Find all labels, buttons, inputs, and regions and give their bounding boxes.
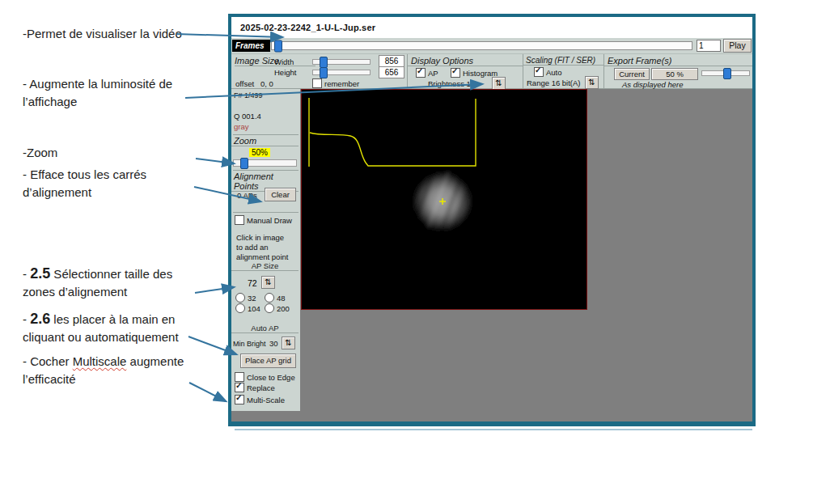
check-icon: ✓ xyxy=(451,66,458,75)
annotation-brightness: - Augmente la luminosité de l’affichage xyxy=(23,75,172,111)
close-to-edge-label: Close to Edge xyxy=(247,373,295,382)
annotation-line: - 2.5 Sélectionner taille des xyxy=(23,265,172,283)
radio-circle xyxy=(235,293,245,303)
ap-count: 0 APs xyxy=(237,191,257,200)
auto-ap-header: Auto AP xyxy=(231,324,299,333)
multi-scale-label: Multi-Scale xyxy=(247,396,285,404)
export-percent-button[interactable]: 50 % xyxy=(651,68,698,80)
width-slider-thumb[interactable] xyxy=(320,57,328,68)
min-bright-stepper-button[interactable]: ⇅ xyxy=(282,337,295,349)
display-options-header: Display Options xyxy=(408,56,523,66)
image-viewport[interactable] xyxy=(301,89,587,310)
multi-scale-checkbox[interactable]: ✓ Multi-Scale xyxy=(235,395,285,404)
image-size-panel: Image Size Width 856 Height 656 offset 0… xyxy=(231,54,408,88)
annotation-zoom: -Zoom xyxy=(23,144,57,162)
export-slider-thumb[interactable] xyxy=(723,68,731,79)
zoom-header: Zoom xyxy=(231,136,299,146)
separator xyxy=(233,170,299,171)
checkbox-box: ✓ xyxy=(235,383,244,392)
check-icon: ✓ xyxy=(235,393,242,402)
range-stepper-button[interactable]: ⇅ xyxy=(585,76,599,89)
zoom-slider[interactable] xyxy=(233,159,297,167)
scaling-header: Scaling (FIT / SER) xyxy=(523,56,603,66)
replace-checkbox[interactable]: ✓ Replace xyxy=(235,383,275,392)
histogram-checkbox[interactable]: ✓ Histogram xyxy=(451,68,498,78)
app-window: 2025-02-23-2242_1-U-L-Jup.ser Frames 1 P… xyxy=(228,14,756,426)
stepper-arrows-icon: ⇅ xyxy=(495,78,502,87)
brightness-label: Brightness 1 x xyxy=(428,79,476,88)
height-label: Height xyxy=(274,68,296,77)
annotation-line: cliquant ou automatiquement xyxy=(23,328,179,346)
frame-counter: F# 1/499 xyxy=(234,91,263,100)
check-icon: ✓ xyxy=(235,381,242,390)
arrow-to-multi-scale xyxy=(189,383,226,401)
annotation-line: -Permet de visualiser la vidéo xyxy=(23,25,182,43)
ap-size-104-radio[interactable]: 104 xyxy=(235,303,260,313)
ap-size-header: AP Size xyxy=(231,261,299,271)
image-content xyxy=(302,90,587,309)
annotation-ap-size: - 2.5 Sélectionner taille des zones d’al… xyxy=(23,265,172,301)
place-ap-grid-button[interactable]: Place AP grid xyxy=(240,354,296,368)
screenshot-root: -Permet de visualiser la vidéo - Augment… xyxy=(0,0,830,504)
frame-number-input[interactable]: 1 xyxy=(697,40,721,52)
min-bright-label: Min Bright xyxy=(233,340,266,348)
histogram-overlay xyxy=(309,98,476,167)
ap-label: AP xyxy=(428,69,438,78)
ap-size-200-radio[interactable]: 200 xyxy=(265,303,290,313)
ap-size-value[interactable]: 72 xyxy=(248,278,257,288)
checkbox-box: ✓ xyxy=(312,78,322,88)
annotation-clear-aps: - Efface tous les carrés d’alignement xyxy=(23,166,146,201)
radio-label: 48 xyxy=(277,294,286,303)
height-slider-thumb[interactable] xyxy=(320,67,328,78)
width-value[interactable]: 856 xyxy=(379,55,404,67)
export-current-button[interactable]: Current xyxy=(614,68,650,80)
brightness-stepper-button[interactable]: ⇅ xyxy=(492,77,506,90)
ap-size-32-radio[interactable]: 32 xyxy=(235,293,256,303)
min-bright-value[interactable]: 30 xyxy=(269,339,278,348)
window-title: 2025-02-23-2242_1-U-L-Jup.ser xyxy=(231,23,375,32)
width-label: Width xyxy=(274,57,294,66)
remember-label: remember xyxy=(324,79,359,88)
play-button[interactable]: Play xyxy=(723,39,752,53)
frames-slider[interactable] xyxy=(271,41,692,50)
annotation-line: -Zoom xyxy=(23,144,57,162)
clear-button[interactable]: Clear xyxy=(265,188,296,201)
height-slider[interactable] xyxy=(312,70,371,75)
export-slider[interactable] xyxy=(701,70,750,76)
annotation-line: - Efface tous les carrés xyxy=(23,166,146,184)
height-value[interactable]: 656 xyxy=(379,66,404,78)
close-to-edge-checkbox[interactable]: ✓ Close to Edge xyxy=(235,372,295,382)
ap-size-stepper-button[interactable]: ⇅ xyxy=(261,276,275,289)
annotation-line: - Cocher Multiscale augmente xyxy=(23,353,184,371)
frames-slider-thumb[interactable] xyxy=(274,40,282,52)
hint-text: to add an xyxy=(236,243,269,252)
check-icon: ✓ xyxy=(417,66,423,75)
ap-size-48-radio[interactable]: 48 xyxy=(265,293,286,303)
offset-value: 0, 0 xyxy=(260,79,273,88)
check-icon: ✓ xyxy=(535,66,541,74)
toolbar: Image Size Width 856 Height 656 offset 0… xyxy=(231,53,752,89)
radio-circle xyxy=(265,293,274,303)
remember-checkbox[interactable]: ✓ remember xyxy=(312,78,359,88)
stepper-arrows-icon: ⇅ xyxy=(285,338,291,347)
annotation-line: - 2.6 les placer à la main en xyxy=(23,310,179,328)
width-slider[interactable] xyxy=(312,59,371,65)
separator xyxy=(233,134,299,135)
auto-checkbox[interactable]: ✓ Auto xyxy=(534,67,562,77)
export-frames-header: Export Frame(s) xyxy=(604,56,752,66)
title-bar: 2025-02-23-2242_1-U-L-Jup.ser xyxy=(231,17,752,38)
main-area: F# 1/499 Q 001.4 gray Zoom 50% Alignment… xyxy=(231,89,752,421)
annotation-line: l’affichage xyxy=(23,93,172,111)
window-shadow-line xyxy=(235,429,752,430)
radio-circle xyxy=(265,303,274,313)
stepper-arrows-icon: ⇅ xyxy=(265,277,271,286)
frames-label: Frames xyxy=(232,40,270,52)
ap-checkbox[interactable]: ✓ AP xyxy=(416,68,438,78)
manual-draw-checkbox[interactable]: ✓ Manual Draw xyxy=(235,215,292,225)
radio-label: 32 xyxy=(248,294,256,303)
radio-label: 200 xyxy=(277,304,290,313)
annotation-line: zones d’alignement xyxy=(23,283,172,301)
checkbox-box: ✓ xyxy=(534,67,544,77)
zoom-slider-thumb[interactable] xyxy=(240,158,248,169)
annotation-line: - Augmente la luminosité de xyxy=(23,75,172,93)
